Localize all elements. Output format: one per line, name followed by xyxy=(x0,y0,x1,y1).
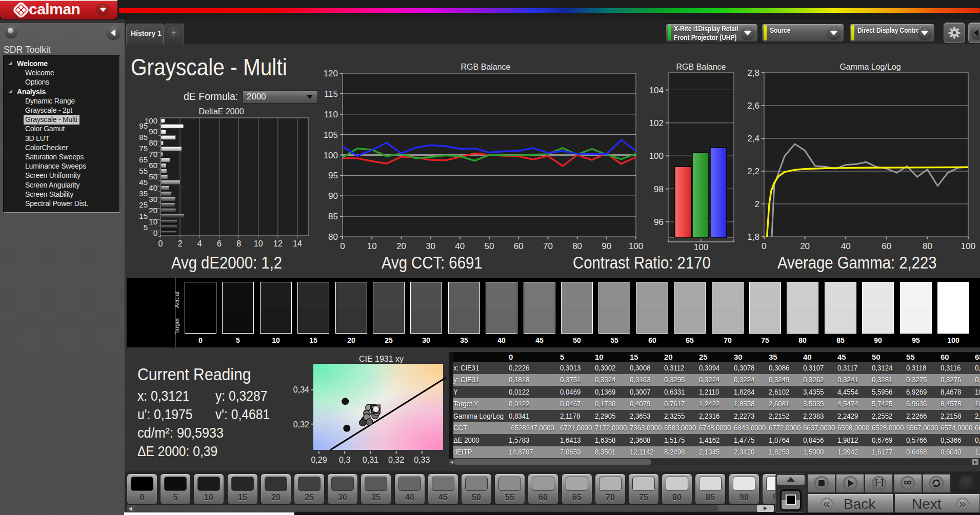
svg-text:2: 2 xyxy=(178,239,183,248)
svg-text:60: 60 xyxy=(149,161,157,170)
svg-text:CIE 1931 xy: CIE 1931 xy xyxy=(359,355,404,363)
svg-text:20: 20 xyxy=(800,241,810,251)
svg-text:Gamma Log/Log: Gamma Log/Log xyxy=(839,63,901,71)
svg-text:80: 80 xyxy=(572,241,582,251)
svg-text:0,32: 0,32 xyxy=(388,456,404,464)
svg-text:0,32: 0,32 xyxy=(293,420,309,429)
svg-text:10: 10 xyxy=(149,217,157,226)
svg-text:110: 110 xyxy=(324,110,338,119)
svg-text:50: 50 xyxy=(149,172,157,181)
svg-text:95: 95 xyxy=(328,171,338,180)
svg-text:1,8: 1,8 xyxy=(747,232,759,242)
svg-text:80: 80 xyxy=(923,241,932,251)
svg-text:4: 4 xyxy=(197,239,202,248)
svg-text:35: 35 xyxy=(139,189,148,198)
svg-text:115: 115 xyxy=(324,89,338,99)
svg-text:102: 102 xyxy=(649,118,664,128)
svg-text:70: 70 xyxy=(543,241,553,251)
svg-text:RGB Balance: RGB Balance xyxy=(461,63,511,71)
svg-text:105: 105 xyxy=(324,130,338,140)
svg-text:100: 100 xyxy=(961,241,975,251)
svg-text:12: 12 xyxy=(273,239,283,248)
svg-text:25: 25 xyxy=(139,200,148,209)
svg-text:80: 80 xyxy=(328,232,338,242)
svg-text:90: 90 xyxy=(328,191,338,201)
svg-text:0,34: 0,34 xyxy=(293,385,309,394)
svg-text:98: 98 xyxy=(654,184,664,194)
svg-text:50: 50 xyxy=(485,241,494,251)
svg-text:85: 85 xyxy=(139,133,148,141)
svg-text:40: 40 xyxy=(149,183,157,192)
svg-text:40: 40 xyxy=(455,241,465,251)
svg-text:10: 10 xyxy=(254,239,263,248)
svg-text:65: 65 xyxy=(139,155,148,164)
svg-text:2,2: 2,2 xyxy=(747,167,759,176)
svg-text:0: 0 xyxy=(153,229,157,237)
svg-text:55: 55 xyxy=(139,167,148,175)
svg-text:100: 100 xyxy=(629,241,643,251)
svg-text:100: 100 xyxy=(694,242,708,251)
svg-text:5: 5 xyxy=(144,223,148,232)
svg-text:20: 20 xyxy=(149,206,157,215)
svg-text:75: 75 xyxy=(139,144,148,153)
svg-text:DeltaE 2000: DeltaE 2000 xyxy=(198,107,244,116)
svg-text:70: 70 xyxy=(149,150,157,158)
svg-text:0: 0 xyxy=(340,241,345,251)
svg-text:2: 2 xyxy=(755,199,759,209)
svg-text:15: 15 xyxy=(139,212,148,220)
svg-text:85: 85 xyxy=(328,212,338,221)
svg-text:95: 95 xyxy=(139,121,148,130)
svg-text:60: 60 xyxy=(514,241,524,251)
svg-text:60: 60 xyxy=(882,241,891,251)
svg-text:80: 80 xyxy=(149,138,157,147)
svg-text:0,31: 0,31 xyxy=(363,456,378,464)
svg-text:Target: Target xyxy=(174,318,180,335)
svg-text:0: 0 xyxy=(158,239,163,248)
svg-text:30: 30 xyxy=(426,241,435,251)
svg-text:0,33: 0,33 xyxy=(414,456,430,464)
svg-text:104: 104 xyxy=(649,86,664,95)
svg-text:2,8: 2,8 xyxy=(747,68,759,78)
svg-text:40: 40 xyxy=(841,241,851,251)
svg-text:20: 20 xyxy=(396,241,406,251)
svg-text:96: 96 xyxy=(654,217,664,227)
svg-text:Actual: Actual xyxy=(174,292,180,308)
svg-text:30: 30 xyxy=(149,195,157,203)
svg-text:120: 120 xyxy=(324,69,338,78)
svg-text:2,6: 2,6 xyxy=(747,101,759,111)
svg-text:RGB Balance: RGB Balance xyxy=(676,63,726,71)
svg-text:8: 8 xyxy=(236,239,241,248)
svg-text:90: 90 xyxy=(149,127,157,136)
svg-text:0,3: 0,3 xyxy=(339,456,350,464)
svg-text:2,4: 2,4 xyxy=(747,134,759,143)
svg-text:14: 14 xyxy=(293,239,302,248)
svg-text:6: 6 xyxy=(217,239,222,248)
svg-text:45: 45 xyxy=(139,178,148,187)
svg-text:10: 10 xyxy=(367,241,377,251)
svg-text:100: 100 xyxy=(649,151,664,161)
svg-text:100: 100 xyxy=(324,151,338,160)
svg-text:90: 90 xyxy=(602,241,611,251)
svg-text:0: 0 xyxy=(762,241,766,251)
svg-text:0,29: 0,29 xyxy=(311,456,327,464)
